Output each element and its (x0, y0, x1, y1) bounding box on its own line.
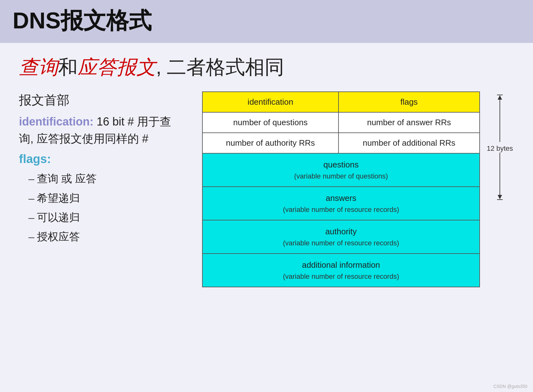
left-column: 报文首部 identification: 16 bit # 用于查询, 应答报文… (19, 91, 183, 246)
arrow-line-top (500, 100, 500, 142)
cell-num-questions: number of questions (202, 112, 338, 133)
subtitle: 查询和应答报文, 二者格式相同 (19, 56, 514, 79)
subtitle-query: 查询 (19, 56, 58, 78)
page-title: DNS报文格式 (13, 6, 520, 36)
main-content: 查询和应答报文, 二者格式相同 报文首部 identification: 16 … (0, 43, 533, 294)
table-row: number of authority RRs number of additi… (202, 133, 480, 153)
subtitle-and: 和 (58, 56, 78, 78)
table-row: authority (variable number of resource r… (202, 220, 480, 254)
ident-block: identification: 16 bit # 用于查询, 应答报文使用同样的… (19, 113, 183, 147)
subtitle-response: 应答报文 (78, 56, 156, 78)
dns-table: identification flags number of questions… (202, 91, 480, 287)
subtitle-rest: , 二者格式相同 (156, 56, 284, 78)
cell-authority-sub: (variable number of resource records) (206, 238, 476, 248)
header-bar: DNS报文格式 (0, 0, 533, 43)
flags-label: flags: (19, 152, 183, 166)
list-item: –查询 或 应答 (28, 169, 183, 188)
brace-column: 12 bytes (486, 91, 514, 200)
cell-authority: authority (variable number of resource r… (202, 220, 480, 254)
list-item: –希望递归 (28, 189, 183, 208)
cell-answers-sub: (variable number of resource records) (206, 204, 476, 215)
cell-questions-sub: (variable number of questions) (206, 171, 476, 181)
cell-identification: identification (202, 92, 338, 112)
cell-answers-main: answers (206, 192, 476, 204)
cell-num-authority-rrs: number of authority RRs (202, 133, 338, 153)
list-item: –可以递归 (28, 208, 183, 227)
table-row: additional information (variable number … (202, 254, 480, 287)
cell-num-additional-rrs: number of additional RRs (338, 133, 480, 153)
right-column: identification flags number of questions… (202, 91, 514, 287)
cell-flags: flags (338, 92, 480, 112)
list-item: –授权应答 (28, 227, 183, 246)
tick-bottom (497, 199, 503, 200)
cell-additional-sub: (variable number of resource records) (206, 271, 476, 282)
table-row: number of questions number of answer RRs (202, 112, 480, 133)
section-heading: 报文首部 (19, 91, 183, 109)
cell-answers: answers (variable number of resource rec… (202, 187, 480, 220)
cell-questions: questions (variable number of questions) (202, 153, 480, 187)
body-area: 报文首部 identification: 16 bit # 用于查询, 应答报文… (19, 91, 514, 287)
brace-label: 12 bytes (487, 144, 513, 153)
table-row: identification flags (202, 92, 480, 112)
cell-additional-main: additional information (206, 259, 476, 271)
ident-label: identification: (19, 115, 93, 128)
watermark: CSDN @guts350 (493, 384, 527, 389)
cell-additional: additional information (variable number … (202, 254, 480, 287)
arrow-bottom-icon (498, 195, 502, 199)
table-row: questions (variable number of questions) (202, 153, 480, 187)
flags-list: –查询 或 应答 –希望递归 –可以递归 –授权应答 (19, 169, 183, 246)
cell-authority-main: authority (206, 225, 476, 238)
cell-questions-main: questions (206, 159, 476, 171)
arrow-line-bottom (500, 153, 500, 195)
table-row: answers (variable number of resource rec… (202, 187, 480, 220)
arrow-top-icon (498, 95, 502, 100)
cell-num-answer-rrs: number of answer RRs (338, 112, 480, 133)
